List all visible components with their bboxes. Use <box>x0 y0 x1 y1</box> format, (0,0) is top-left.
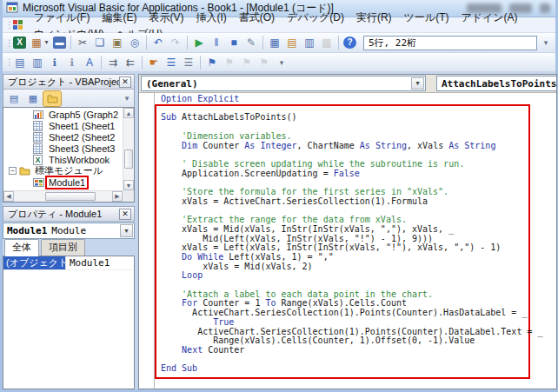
paste-icon[interactable]: ▣ <box>110 36 125 50</box>
uncomment-block-icon[interactable]: ☰ <box>181 55 196 70</box>
chevron-down-icon[interactable]: ▼ <box>411 77 424 90</box>
redacted-blob <box>467 3 502 13</box>
code-line[interactable]: xVals = Mid(xVals, 2) <box>161 262 556 272</box>
undo-icon[interactable]: ↶ <box>150 36 166 50</box>
project-tree: Graph5 (Graph2Sheet1 (Sheet1Sheet2 (Shee… <box>3 107 135 203</box>
object-selector[interactable]: Module1 Module ▼ <box>3 223 135 239</box>
redo-icon: ↷ <box>168 36 183 50</box>
properties-panel-title: プロパティ - Module1 <box>8 208 119 221</box>
toolbar-separator <box>146 36 147 50</box>
save-icon[interactable]: ▬ <box>53 37 66 49</box>
run-icon[interactable]: ▶ <box>191 36 207 50</box>
property-value[interactable]: Module1 <box>66 257 113 269</box>
tree-vertical-scrollbar[interactable]: ▲ ▼ <box>123 108 134 190</box>
code-line[interactable]: Application.ScreenUpdating = False <box>161 169 556 179</box>
tab-alphabetic[interactable]: 全体 <box>4 239 39 256</box>
vba-logo-icon <box>13 20 23 30</box>
folder-icon <box>19 166 30 176</box>
code-line[interactable]: Sub AttachLabelsToPoints() <box>161 113 556 123</box>
view-object-button[interactable]: ▦ <box>24 91 42 106</box>
scroll-right-icon[interactable]: ▶ <box>112 191 123 202</box>
code-margin-indicator-bar[interactable] <box>139 93 155 389</box>
toolbar-overflow-icon[interactable]: ▾ <box>541 38 551 47</box>
toolbox-icon: ▩ <box>319 36 335 50</box>
object-dropdown[interactable]: (General) ▼ <box>141 76 426 91</box>
code-line[interactable]: Loop <box>161 271 556 281</box>
code-line[interactable]: Next Counter <box>161 346 556 355</box>
find-icon[interactable]: ◎ <box>127 36 143 50</box>
project-explorer-icon[interactable]: ▦ <box>267 36 282 50</box>
indent-icon[interactable]: ⇉ <box>105 55 121 70</box>
menu-edit[interactable]: 編集(E) <box>96 10 143 24</box>
code-line[interactable] <box>161 355 556 365</box>
redacted-blob <box>540 3 550 13</box>
code-editor[interactable]: Option Explicit Sub AttachLabelsToPoints… <box>139 93 556 389</box>
outdent-icon[interactable]: ⇇ <box>123 55 138 70</box>
toggle-breakpoint-icon[interactable]: ☛ <box>146 55 162 70</box>
chevron-down-icon[interactable]: ▼ <box>120 224 133 237</box>
copy-icon[interactable]: ❏ <box>92 36 108 50</box>
excel-icon[interactable]: X <box>13 37 26 49</box>
toggle-bookmark-icon[interactable]: ⚑ <box>204 55 220 70</box>
view-code-button[interactable]: ▤ <box>5 91 23 106</box>
menu-file[interactable]: ファイル(F) <box>28 10 96 24</box>
complete-word-icon[interactable]: A <box>82 55 97 70</box>
scroll-thumb[interactable] <box>45 192 96 201</box>
tree-item-graph5[interactable]: Graph5 (Graph2 <box>3 109 123 120</box>
reset-icon[interactable]: ■ <box>226 36 242 50</box>
tree-item-label: 標準モジュール <box>33 164 104 177</box>
break-icon[interactable]: ‖ <box>209 36 224 50</box>
tree-item-label: Sheet3 (Sheet3 <box>47 143 116 154</box>
procedure-dropdown[interactable]: AttachLabelsToPoints <box>436 76 556 91</box>
code-line[interactable]: Option Explicit <box>161 95 556 104</box>
property-name[interactable]: (オブジェクト名) <box>3 256 66 269</box>
close-icon[interactable]: ✕ <box>119 76 131 88</box>
menu-run[interactable]: 実行(R) <box>350 10 398 24</box>
code-line[interactable]: Dim Counter As Integer, ChartName As Str… <box>161 142 556 151</box>
sheet-icon <box>33 121 44 131</box>
tree-item-label: Sheet1 (Sheet1 <box>47 121 116 131</box>
tree-item-sheet3[interactable]: Sheet3 (Sheet3 <box>3 143 123 154</box>
code-line[interactable]: End Sub <box>161 364 556 374</box>
property-row[interactable]: (オブジェクト名)Module1 <box>3 256 134 270</box>
tab-categorized[interactable]: 項目別 <box>41 239 85 256</box>
list-properties-icon[interactable]: ▤ <box>12 55 28 70</box>
project-toolbar-overflow-icon[interactable]: ▾ <box>122 94 132 103</box>
toolbar-grip[interactable]: ⋮ <box>5 20 11 30</box>
vbe-window: Microsoft Visual Basic for Applications … <box>0 0 558 392</box>
scroll-thumb[interactable] <box>124 149 133 169</box>
scroll-down-icon[interactable]: ▼ <box>123 180 134 190</box>
menu-insert[interactable]: 挿入(I) <box>189 10 232 24</box>
quick-info-icon[interactable]: ℹ <box>47 55 63 70</box>
procedure-dropdown-value: AttachLabelsToPoints <box>442 78 556 90</box>
toolbar-grip[interactable]: ⋮ <box>5 57 11 67</box>
insert-dropdown-caret-icon[interactable]: ▾ <box>43 36 50 50</box>
menu-tools[interactable]: ツール(T) <box>398 10 455 24</box>
properties-window-icon[interactable]: ▤ <box>284 36 300 50</box>
toolbar-overflow-icon[interactable]: ▾ <box>276 58 287 67</box>
scroll-up-icon[interactable]: ▲ <box>123 108 134 118</box>
menu-format[interactable]: 書式(O) <box>233 10 281 24</box>
collapse-toggle-icon[interactable]: − <box>9 167 17 175</box>
object-browser-icon[interactable]: ▥ <box>302 36 317 50</box>
list-constants-icon[interactable]: ▥ <box>30 55 45 70</box>
line-column-indicator[interactable]: 5行, 22桁 <box>363 36 537 50</box>
menu-debug[interactable]: デバッグ(D) <box>281 10 350 24</box>
sheet-icon <box>33 143 44 154</box>
toolbar-grip[interactable]: ⋮ <box>5 38 11 48</box>
tree-item-module1[interactable]: Module1 <box>3 176 123 188</box>
tree-horizontal-scrollbar[interactable]: ◀ ▶ <box>3 190 123 202</box>
parameter-info-icon[interactable]: ℹ <box>64 55 80 70</box>
tree-item-standard-modules[interactable]: −標準モジュール <box>3 165 123 176</box>
code-line[interactable]: xVals = ActiveChart.SeriesCollection(1).… <box>161 197 556 207</box>
tree-item-sheet2[interactable]: Sheet2 (Sheet2 <box>3 131 123 143</box>
scroll-left-icon[interactable]: ◀ <box>3 191 14 202</box>
menu-view[interactable]: 表示(V) <box>143 10 189 24</box>
close-icon[interactable]: ✕ <box>119 209 131 220</box>
design-mode-icon[interactable]: ✎ <box>243 36 259 50</box>
tree-item-sheet1[interactable]: Sheet1 (Sheet1 <box>3 120 123 131</box>
cut-icon[interactable]: ✂ <box>75 36 90 50</box>
comment-block-icon[interactable]: ☰ <box>163 55 179 70</box>
toggle-folders-button[interactable] <box>43 91 61 106</box>
help-icon[interactable]: ? <box>343 37 356 49</box>
